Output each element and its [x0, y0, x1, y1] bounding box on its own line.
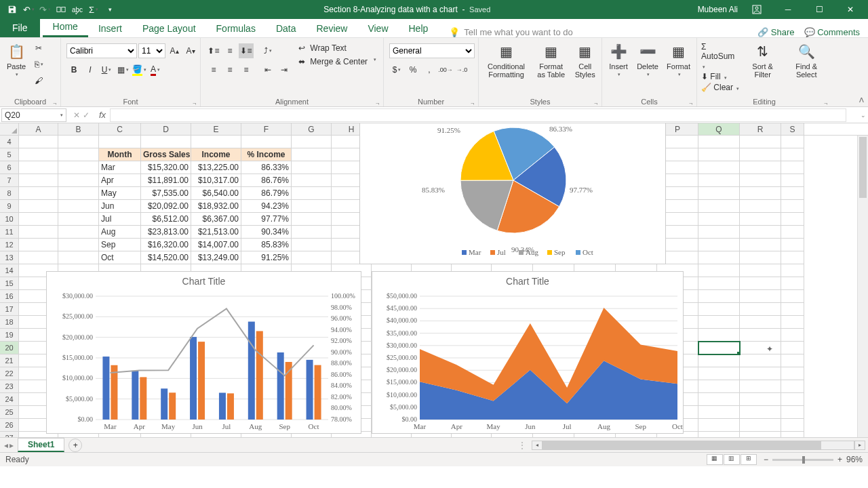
- cell[interactable]: [698, 239, 740, 251]
- align-center-icon[interactable]: ≡: [222, 62, 237, 77]
- cell[interactable]: [698, 200, 740, 213]
- name-box[interactable]: Q20▾: [1, 108, 66, 122]
- cell[interactable]: [58, 174, 99, 187]
- autosum-button[interactable]: Σ AutoSum ▾: [701, 42, 740, 70]
- cell[interactable]: $16,320.00: [141, 239, 191, 251]
- cell[interactable]: [58, 213, 99, 226]
- maximize-icon[interactable]: ☐: [807, 0, 831, 19]
- cell[interactable]: Gross Sales: [141, 148, 191, 161]
- borders-button[interactable]: ▦▾: [115, 62, 130, 77]
- cell[interactable]: [740, 380, 781, 393]
- cell[interactable]: [19, 174, 58, 187]
- cell[interactable]: 94.23%: [241, 200, 292, 213]
- italic-button[interactable]: I: [83, 62, 98, 77]
- cell[interactable]: [740, 303, 781, 316]
- cell[interactable]: [292, 136, 332, 148]
- percent-icon[interactable]: %: [406, 62, 420, 77]
- row-header[interactable]: 15: [0, 277, 19, 290]
- page-break-view-icon[interactable]: ⊞: [741, 454, 757, 465]
- cut-icon[interactable]: ✂: [31, 41, 46, 56]
- cell[interactable]: [58, 226, 99, 239]
- new-sheet-button[interactable]: +: [68, 439, 82, 452]
- cell[interactable]: [141, 136, 191, 148]
- cancel-formula-icon[interactable]: ✕: [73, 110, 80, 120]
- format-as-table-button[interactable]: ▦Format as Table: [532, 41, 570, 80]
- cell[interactable]: [58, 187, 99, 200]
- row-header[interactable]: 7: [0, 174, 19, 187]
- cell[interactable]: [241, 136, 292, 148]
- cell[interactable]: [698, 329, 740, 342]
- cell[interactable]: [292, 161, 332, 174]
- cell[interactable]: [99, 136, 141, 148]
- row-header[interactable]: 13: [0, 251, 19, 264]
- cell[interactable]: [19, 251, 58, 264]
- row-header[interactable]: 19: [0, 329, 19, 342]
- font-color-button[interactable]: A▾: [148, 62, 163, 77]
- row-header[interactable]: 8: [0, 187, 19, 200]
- tab-page-layout[interactable]: Page Layout: [132, 20, 206, 37]
- cell[interactable]: $23,813.00: [141, 226, 191, 239]
- increase-indent-icon[interactable]: ⇥: [277, 62, 292, 77]
- cell[interactable]: [19, 148, 58, 161]
- cell[interactable]: [19, 213, 58, 226]
- cell[interactable]: 91.25%: [241, 251, 292, 264]
- cell[interactable]: [19, 200, 58, 213]
- undo-icon[interactable]: ↶▾: [20, 1, 37, 18]
- cell[interactable]: $6,540.00: [191, 187, 241, 200]
- cell[interactable]: [698, 303, 740, 316]
- share-button[interactable]: 🔗 Share: [757, 27, 794, 37]
- cell[interactable]: [781, 213, 804, 226]
- decrease-font-icon[interactable]: A▾: [183, 43, 198, 58]
- cell[interactable]: [292, 251, 332, 264]
- comments-button[interactable]: 💬 Comments: [804, 27, 860, 37]
- conditional-formatting-button[interactable]: ▦Conditional Formatting: [481, 41, 531, 80]
- cell[interactable]: [781, 264, 804, 277]
- cell[interactable]: Jul: [99, 213, 141, 226]
- currency-icon[interactable]: $▾: [389, 62, 404, 77]
- cell[interactable]: [781, 367, 804, 380]
- cell[interactable]: $14,007.00: [191, 239, 241, 251]
- page-layout-view-icon[interactable]: ▥: [724, 454, 740, 465]
- horizontal-scrollbar[interactable]: ⋮ ◂▸: [82, 441, 868, 450]
- cell[interactable]: [58, 239, 99, 251]
- cell[interactable]: [740, 290, 781, 303]
- sheet-tab[interactable]: Sheet1: [18, 438, 64, 452]
- cell[interactable]: [19, 136, 58, 148]
- cell[interactable]: [781, 239, 804, 251]
- cell[interactable]: [698, 251, 740, 264]
- cell[interactable]: [781, 200, 804, 213]
- cell[interactable]: [19, 226, 58, 239]
- spellcheck-icon[interactable]: abc✓: [69, 1, 85, 18]
- row-header[interactable]: 23: [0, 380, 19, 393]
- cell[interactable]: [781, 290, 804, 303]
- format-cells-button[interactable]: ▦Format▾: [663, 41, 694, 79]
- cell[interactable]: $6,512.00: [141, 213, 191, 226]
- cell[interactable]: [698, 174, 740, 187]
- row-header[interactable]: 9: [0, 200, 19, 213]
- cell[interactable]: [19, 161, 58, 174]
- clear-button[interactable]: 🧹 Clear ▾: [701, 83, 740, 92]
- row-header[interactable]: 4: [0, 136, 19, 148]
- cell[interactable]: [781, 303, 804, 316]
- cell[interactable]: [740, 329, 781, 342]
- cell[interactable]: Sep: [99, 239, 141, 251]
- collapse-ribbon-icon[interactable]: ᐱ: [859, 96, 864, 104]
- cell[interactable]: [740, 277, 781, 290]
- vertical-scrollbar[interactable]: [857, 136, 868, 437]
- expand-formula-bar-icon[interactable]: ⌄: [859, 112, 868, 119]
- redo-icon[interactable]: ↷▾: [37, 1, 53, 18]
- cell[interactable]: [781, 161, 804, 174]
- pie-chart[interactable]: 91.25%86.33%97.77%90.34%85.83% MarJulAug…: [359, 123, 666, 264]
- cell[interactable]: [781, 432, 804, 437]
- cell[interactable]: [740, 316, 781, 329]
- row-header[interactable]: 14: [0, 264, 19, 277]
- align-bottom-icon[interactable]: ⬇≡: [239, 43, 254, 58]
- tab-formulas[interactable]: Formulas: [206, 20, 266, 37]
- cell[interactable]: [698, 148, 740, 161]
- cell[interactable]: Mar: [99, 161, 141, 174]
- cell[interactable]: [740, 174, 781, 187]
- tab-data[interactable]: Data: [266, 20, 307, 37]
- close-icon[interactable]: ✕: [838, 0, 863, 19]
- row-header[interactable]: 20: [0, 342, 19, 354]
- cell[interactable]: [698, 406, 740, 419]
